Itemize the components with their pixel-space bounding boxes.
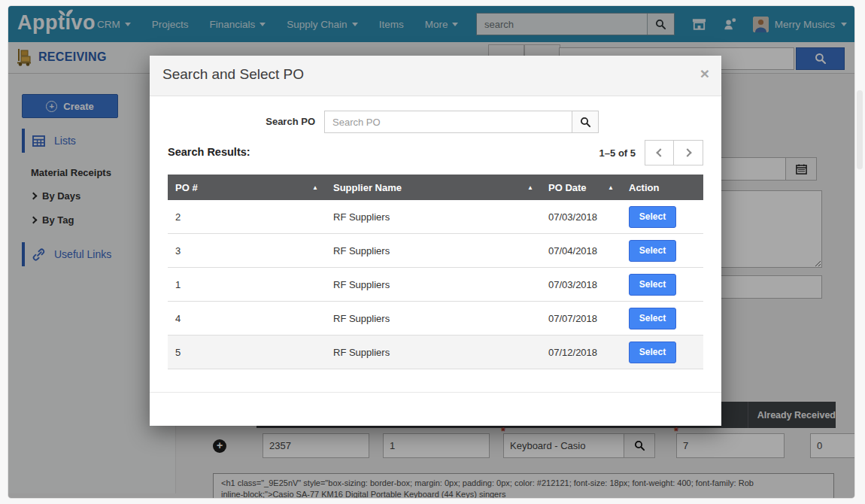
chevron-right-icon [683, 148, 691, 156]
table-row: 4 RF Suppliers 07/07/2018 Select [168, 302, 703, 335]
modal-header: Search and Select PO × [150, 56, 721, 96]
modal-footer-divider [150, 392, 721, 393]
select-button[interactable]: Select [629, 274, 676, 296]
table-row: 1 RF Suppliers 07/03/2018 Select [168, 268, 703, 302]
close-icon[interactable]: × [700, 65, 709, 83]
app-window: Apptivo CRM Projects Financials Supply C… [8, 5, 855, 499]
prev-page-button[interactable] [645, 140, 674, 165]
results-label: Search Results: [168, 146, 250, 158]
search-po-button[interactable] [572, 111, 599, 133]
table-row: 2 RF Suppliers 07/03/2018 Select [168, 200, 703, 234]
search-po-row: Search PO [150, 111, 721, 133]
search-select-po-modal: Search and Select PO × Search PO Search … [150, 56, 721, 426]
browser-frame: Apptivo CRM Projects Financials Supply C… [0, 0, 865, 504]
select-button[interactable]: Select [629, 308, 676, 329]
column-header-po[interactable]: PO #▲ [168, 175, 326, 200]
chevron-left-icon [656, 148, 664, 156]
column-header-date[interactable]: PO Date▲ [541, 175, 621, 200]
column-header-action: Action [621, 175, 703, 200]
search-po-input[interactable] [324, 111, 572, 133]
select-button[interactable]: Select [629, 206, 676, 228]
column-header-supplier[interactable]: Supplier Name▲ [326, 175, 541, 200]
table-row: 3 RF Suppliers 07/04/2018 Select [168, 234, 703, 268]
select-button[interactable]: Select [629, 342, 676, 363]
sort-asc-icon: ▲ [608, 184, 614, 191]
next-page-button[interactable] [674, 140, 703, 165]
table-header-row: PO #▲ Supplier Name▲ PO Date▲ Action [168, 175, 703, 200]
po-results-table: PO #▲ Supplier Name▲ PO Date▲ Action 2 R… [168, 175, 703, 369]
sort-asc-icon: ▲ [312, 184, 318, 191]
scrollbar-thumb[interactable] [857, 90, 863, 169]
table-row: 5 RF Suppliers 07/12/2018 Select [168, 335, 703, 369]
search-icon [580, 117, 591, 128]
sort-asc-icon: ▲ [527, 184, 533, 191]
search-po-label: Search PO [150, 116, 315, 127]
results-header-row: Search Results: 1–5 of 5 [168, 140, 703, 165]
select-button[interactable]: Select [629, 240, 676, 262]
pagination-range: 1–5 of 5 [599, 147, 636, 159]
modal-title: Search and Select PO [162, 66, 304, 83]
